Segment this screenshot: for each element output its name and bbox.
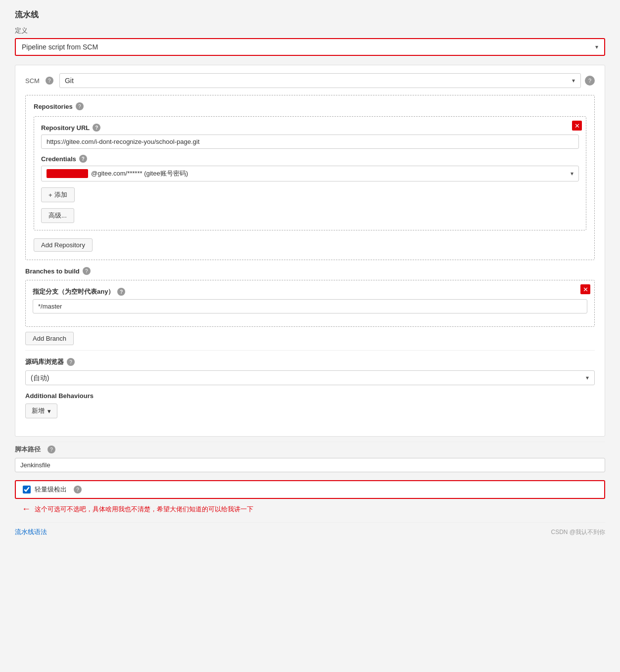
scm-label: SCM [25, 77, 40, 85]
repo-url-field: Repository URL ? [41, 124, 579, 149]
branches-help-icon[interactable]: ? [83, 267, 91, 275]
credentials-label: Credentials ? [41, 155, 579, 163]
repo-url-input[interactable] [41, 134, 579, 149]
lightweight-checkbox[interactable] [23, 486, 31, 493]
lightweight-row: 轻量级检出 ? [15, 480, 605, 499]
repositories-help-icon[interactable]: ? [76, 102, 84, 110]
add-behaviour-label: 新增 [32, 406, 45, 415]
advanced-button[interactable]: 高级... [41, 208, 74, 223]
source-browser-select[interactable]: (自动) [25, 370, 595, 385]
add-credentials-button[interactable]: + 添加 [41, 187, 75, 202]
add-behaviour-dropdown-icon: ▾ [48, 407, 51, 415]
define-label: 定义 [15, 26, 605, 35]
branches-section: Branches to build ? ✕ 指定分支（为空时代表any） ? A… [25, 267, 595, 345]
additional-behaviours-label: Additional Behaviours [25, 392, 94, 400]
source-browser-section: 源码库浏览器 ? (自动) ▾ [25, 358, 595, 385]
branches-label-row: Branches to build ? [25, 267, 595, 275]
scm-select[interactable]: Git [59, 73, 581, 88]
arrow-icon: ← [22, 504, 31, 514]
scm-help-icon[interactable]: ? [46, 77, 53, 85]
scm-row: SCM ? Git ▾ ? [25, 73, 595, 88]
scm-right-help-icon[interactable]: ? [585, 76, 595, 86]
script-path-label: 脚本路径 [15, 445, 41, 454]
close-branch-button[interactable]: ✕ [580, 284, 590, 294]
repositories-header: Repositories ? [34, 102, 586, 110]
credentials-select-wrapper: ████████ @gitee.com/****** (gitee账号密码) ▾ [41, 166, 579, 181]
repository-item: ✕ Repository URL ? Credentials ? ███████… [34, 116, 586, 230]
add-behaviour-button[interactable]: 新增 ▾ [25, 403, 57, 418]
add-repository-button[interactable]: Add Repository [34, 238, 93, 252]
annotation-row: ← 这个可选可不选吧，具体啥用我也不清楚，希望大佬们知道的可以给我讲一下 [15, 504, 605, 514]
lightweight-label: 轻量级检出 [35, 485, 67, 494]
advanced-btn-row: 高级... [41, 208, 579, 223]
close-repo-button[interactable]: ✕ [572, 121, 582, 131]
repo-url-label: Repository URL ? [41, 124, 579, 132]
repositories-label: Repositories [34, 103, 73, 110]
branch-label: 指定分支（为空时代表any） ? [33, 287, 587, 296]
branch-input[interactable] [33, 299, 587, 314]
repositories-section: Repositories ? ✕ Repository URL ? Creden… [25, 95, 595, 260]
branch-help-icon[interactable]: ? [117, 288, 125, 296]
script-path-help-icon[interactable]: ? [48, 446, 55, 453]
csdn-credit: CSDN @我认不到你 [551, 528, 605, 537]
credentials-chevron-icon: ▾ [571, 170, 573, 177]
lightweight-section: 轻量级检出 ? ← 这个可选可不选吧，具体啥用我也不清楚，希望大佬们知道的可以给… [15, 480, 605, 514]
footer-row: 流水线语法 CSDN @我认不到你 [15, 528, 605, 537]
credentials-help-icon[interactable]: ? [79, 155, 87, 163]
branches-label: Branches to build [25, 268, 80, 275]
source-browser-select-wrapper: (自动) ▾ [25, 370, 595, 385]
script-path-input[interactable] [15, 458, 605, 472]
pipeline-definition-wrapper: Pipeline script from SCM ▾ [15, 38, 605, 56]
add-btn-label: 添加 [54, 190, 67, 199]
add-branch-button[interactable]: Add Branch [25, 332, 74, 345]
branch-item: ✕ 指定分支（为空时代表any） ? [25, 280, 595, 327]
pipeline-definition-select[interactable]: Pipeline script from SCM [16, 39, 604, 55]
annotation-text: 这个可选可不选吧，具体啥用我也不清楚，希望大佬们知道的可以给我讲一下 [35, 505, 253, 514]
source-browser-help-icon[interactable]: ? [67, 358, 75, 366]
plus-icon: + [48, 191, 52, 199]
add-credentials-row: + 添加 [41, 187, 579, 202]
credentials-field: Credentials ? ████████ @gitee.com/******… [41, 155, 579, 181]
repo-url-help-icon[interactable]: ? [93, 124, 100, 132]
page-title: 流水线 [15, 10, 605, 20]
credentials-display[interactable]: ████████ @gitee.com/****** (gitee账号密码) ▾ [41, 166, 579, 181]
lightweight-help-icon[interactable]: ? [74, 486, 82, 493]
source-browser-label: 源码库浏览器 [25, 358, 64, 366]
credentials-redacted: ████████ [47, 169, 88, 178]
branch-field: 指定分支（为空时代表any） ? [33, 287, 587, 314]
script-path-section: 脚本路径 ? [15, 445, 605, 472]
pipeline-syntax-link[interactable]: 流水线语法 [15, 528, 47, 537]
credentials-text: @gitee.com/****** (gitee账号密码) [91, 169, 188, 178]
additional-behaviours-section: Additional Behaviours 新增 ▾ [25, 392, 595, 418]
scm-section: SCM ? Git ▾ ? Repositories ? ✕ Repositor… [15, 65, 605, 437]
